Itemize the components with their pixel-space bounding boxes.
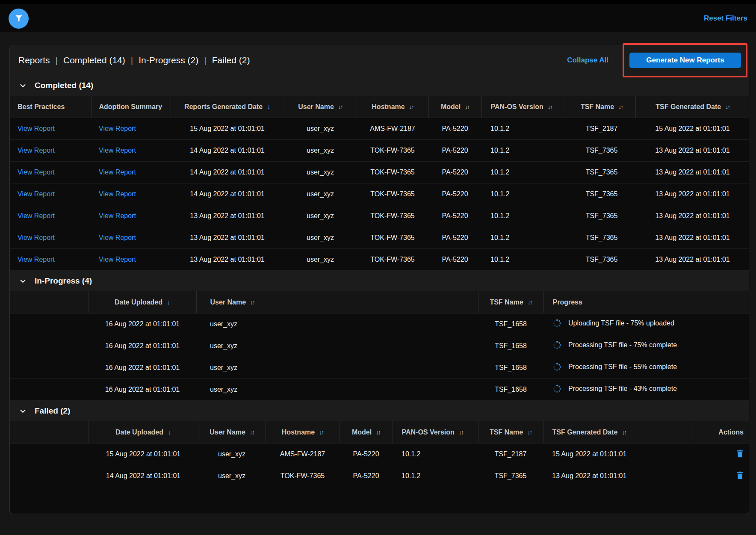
- view-report-link[interactable]: View Report: [99, 212, 136, 219]
- column-label: Adoption Summary: [99, 103, 162, 110]
- view-report-link[interactable]: View Report: [18, 256, 55, 263]
- column-header-date-uploaded[interactable]: Date Uploaded↓: [89, 421, 198, 443]
- cell: TOK-FW-7365: [357, 140, 428, 162]
- cell: 10.1.2: [481, 183, 568, 205]
- column-header-hostname[interactable]: Hostname↓↑: [266, 421, 340, 443]
- view-report-link[interactable]: View Report: [99, 125, 136, 132]
- cell: View Report: [91, 118, 171, 140]
- table-row: View ReportView Report14 Aug 2022 at 01:…: [10, 162, 749, 183]
- cell: 14 Aug 2022 at 01:01:01: [171, 140, 284, 162]
- progress-cell: Processing TSF file - 55% complete: [543, 357, 749, 379]
- cell: 14 Aug 2022 at 01:01:01: [89, 465, 198, 487]
- cell: user_xyz: [284, 205, 357, 227]
- column-label: Best Practices: [18, 103, 65, 110]
- view-report-link[interactable]: View Report: [99, 256, 136, 263]
- section-header-in-progress[interactable]: In-Progress (4): [10, 271, 749, 291]
- column-header-tsf-name[interactable]: TSF Name↓↑: [568, 96, 635, 118]
- progress-indicator: Processing TSF file - 55% complete: [552, 362, 677, 372]
- sort-both-icon: ↓↑: [548, 103, 552, 110]
- cell: TOK-FW-7365: [357, 205, 428, 227]
- column-header-progress: Progress: [543, 291, 749, 313]
- view-report-link[interactable]: View Report: [99, 168, 136, 176]
- column-header-tsf-name[interactable]: TSF Name↓↑: [478, 421, 543, 443]
- cell: [10, 379, 89, 401]
- sort-both-icon: ↓↑: [725, 103, 729, 110]
- view-report-link[interactable]: View Report: [18, 125, 55, 132]
- cell: user_xyz: [196, 313, 478, 335]
- cell: View Report: [91, 249, 171, 271]
- tab-failed: Failed (2): [212, 55, 250, 65]
- column-header-pan-os-version[interactable]: PAN-OS Version↓↑: [481, 96, 568, 118]
- column-label: Model: [352, 429, 372, 436]
- column-header-model[interactable]: Model↓↑: [340, 421, 393, 443]
- progress-cell: Uploading TSF file - 75% uploaded: [543, 313, 749, 335]
- generate-new-reports-button[interactable]: Generate New Reports: [629, 53, 741, 68]
- progress-indicator: Processing TSF file - 75% complete: [552, 340, 677, 350]
- table-row: 16 Aug 2022 at 01:01:01user_xyzTSF_1658U…: [10, 313, 749, 335]
- reset-filters-link[interactable]: Reset Filters: [704, 14, 747, 23]
- cell: PA-5220: [428, 205, 481, 227]
- column-label: Hostname: [372, 103, 405, 110]
- section-header-completed[interactable]: Completed (14): [10, 75, 749, 96]
- cell: TSF_7365: [568, 249, 635, 271]
- section-header-failed[interactable]: Failed (2): [10, 401, 749, 421]
- column-header-tsf-generated-date[interactable]: TSF Generated Date↓↑: [543, 421, 689, 443]
- cell: 13 Aug 2022 at 01:01:01: [635, 140, 749, 162]
- column-header-reports-generated-date[interactable]: Reports Generated Date↓: [171, 96, 284, 118]
- column-header-user-name[interactable]: User Name↓↑: [196, 291, 478, 313]
- cell: user_xyz: [284, 140, 357, 162]
- progress-text: Processing TSF file - 55% complete: [568, 363, 677, 371]
- delete-report-button[interactable]: [736, 449, 744, 458]
- column-header-pan-os-version[interactable]: PAN-OS Version↓↑: [393, 421, 478, 443]
- delete-icon: [736, 471, 744, 479]
- filter-button[interactable]: [9, 9, 29, 29]
- delete-report-button[interactable]: [736, 471, 744, 479]
- view-report-link[interactable]: View Report: [99, 190, 136, 198]
- progress-text: Processing TSF file - 75% complete: [568, 341, 677, 349]
- table-row: View ReportView Report14 Aug 2022 at 01:…: [10, 140, 749, 162]
- cell: TOK-FW-7365: [357, 249, 428, 271]
- progress-indicator: Processing TSF file - 43% complete: [552, 384, 677, 393]
- view-report-link[interactable]: View Report: [18, 212, 55, 219]
- chevron-down-icon: [20, 84, 26, 88]
- column-header-user-name[interactable]: User Name↓↑: [198, 421, 266, 443]
- column-label: PAN-OS Version: [491, 103, 543, 110]
- actions-cell: [689, 465, 749, 487]
- column-header-hostname[interactable]: Hostname↓↑: [357, 96, 428, 118]
- cell: 10.1.2: [481, 227, 568, 249]
- column-label: TSF Generated Date: [656, 103, 721, 110]
- column-header-user-name[interactable]: User Name↓↑: [284, 96, 357, 118]
- cell: 16 Aug 2022 at 01:01:01: [89, 313, 196, 335]
- tab-completed: Completed (14): [63, 55, 125, 65]
- view-report-link[interactable]: View Report: [99, 147, 136, 154]
- cell: View Report: [10, 249, 91, 271]
- cell: user_xyz: [284, 249, 357, 271]
- view-report-link[interactable]: View Report: [18, 190, 55, 198]
- cell: TSF_1658: [478, 357, 543, 379]
- cell: PA-5220: [428, 140, 481, 162]
- cell: View Report: [10, 205, 91, 227]
- cell: PA-5220: [340, 443, 393, 465]
- cell: 14 Aug 2022 at 01:01:01: [171, 162, 284, 183]
- column-header-tsf-generated-date[interactable]: TSF Generated Date↓↑: [635, 96, 749, 118]
- view-report-link[interactable]: View Report: [18, 147, 55, 154]
- column-header-tsf-name[interactable]: TSF Name↓↑: [478, 291, 543, 313]
- view-report-link[interactable]: View Report: [18, 168, 55, 176]
- cell: 13 Aug 2022 at 01:01:01: [171, 249, 284, 271]
- sort-desc-icon: ↓: [168, 429, 171, 436]
- cell: View Report: [91, 140, 171, 162]
- column-header-model[interactable]: Model↓↑: [428, 96, 481, 118]
- column-label: Progress: [553, 299, 582, 306]
- cell: 16 Aug 2022 at 01:01:01: [89, 379, 196, 401]
- cell: user_xyz: [196, 379, 478, 401]
- cell: View Report: [91, 205, 171, 227]
- cell: user_xyz: [196, 357, 478, 379]
- cell: 13 Aug 2022 at 01:01:01: [171, 205, 284, 227]
- cell: 13 Aug 2022 at 01:01:01: [171, 227, 284, 249]
- collapse-all-link[interactable]: Collapse All: [567, 56, 608, 65]
- view-report-link[interactable]: View Report: [99, 234, 136, 241]
- column-label: Model: [441, 103, 461, 110]
- view-report-link[interactable]: View Report: [18, 234, 55, 241]
- column-header-date-uploaded[interactable]: Date Uploaded↓: [89, 291, 196, 313]
- cell: 10.1.2: [481, 162, 568, 183]
